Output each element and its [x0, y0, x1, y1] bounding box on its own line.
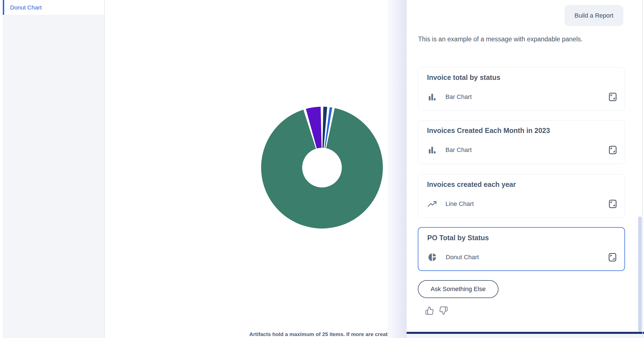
chat-input-divider	[407, 332, 644, 334]
assistant-message: This is an example of a message with exp…	[418, 34, 594, 45]
bar-chart-icon	[427, 145, 437, 155]
chart-type-label: Bar Chart	[445, 93, 472, 101]
expandable-panel-card-selected[interactable]: PO Total by Status Donut Chart	[418, 227, 625, 271]
artifact-viewer: cancelled closed issued soft_closed Arti…	[105, 0, 388, 338]
chat-input-partial[interactable]	[407, 334, 644, 338]
card-title: Invoices created each year	[427, 180, 516, 189]
chart-type-label: Line Chart	[445, 200, 474, 208]
expand-icon[interactable]	[608, 199, 617, 209]
card-title: PO Total by Status	[427, 234, 489, 242]
build-report-chip: Build a Report	[564, 5, 623, 26]
expand-icon[interactable]	[608, 252, 617, 262]
scrollbar-thumb[interactable]	[638, 216, 642, 332]
donut-chart	[259, 105, 385, 230]
panel-shadow-gutter	[388, 0, 407, 338]
donut-chart-icon	[427, 252, 437, 262]
expand-icon[interactable]	[608, 92, 617, 102]
ask-something-else-button[interactable]: Ask Something Else	[418, 280, 498, 298]
app-window: Donut Chart cancelled closed issued soft…	[0, 0, 644, 338]
artifact-sidebar: Donut Chart	[3, 0, 104, 338]
card-title: Invoices Created Each Month in 2023	[427, 127, 550, 135]
thumbs-up-icon[interactable]	[425, 306, 434, 315]
expand-icon[interactable]	[608, 145, 617, 155]
donut-slice-issued	[261, 108, 383, 228]
thumbs-down-icon[interactable]	[439, 306, 448, 315]
sidebar-item-label: Donut Chart	[10, 4, 42, 11]
expandable-panel-card[interactable]: Invoice total by status Bar Chart	[418, 67, 625, 111]
line-chart-icon	[427, 199, 437, 209]
scrollbar-track	[642, 0, 643, 338]
expandable-panel-card[interactable]: Invoices Created Each Month in 2023 Bar …	[418, 120, 625, 164]
chart-type-label: Donut Chart	[446, 254, 479, 261]
feedback-buttons	[425, 306, 448, 315]
sidebar-item-donut-chart[interactable]: Donut Chart	[3, 0, 104, 15]
card-title: Invoice total by status	[427, 73, 500, 82]
bar-chart-icon	[427, 92, 437, 102]
expandable-panel-card[interactable]: Invoices created each year Line Chart	[418, 174, 625, 218]
donut-slice-cancelled	[323, 107, 327, 148]
chart-type-label: Bar Chart	[445, 146, 472, 154]
